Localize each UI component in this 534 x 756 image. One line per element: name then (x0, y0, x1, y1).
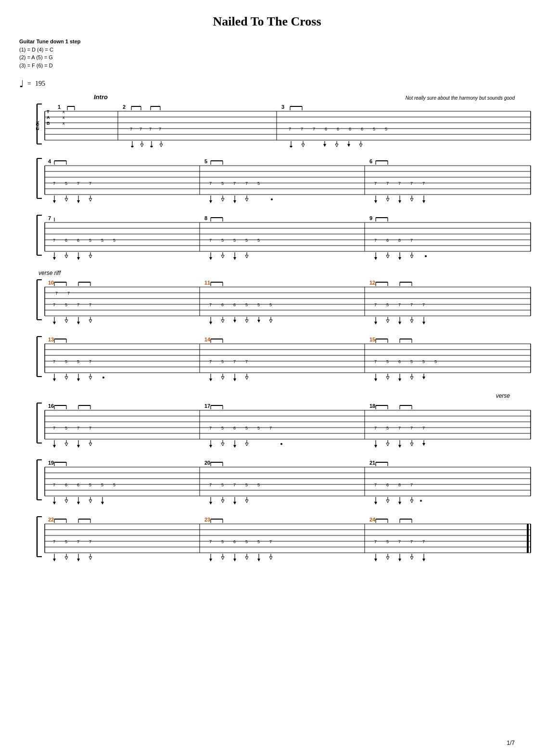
svg-text:7: 7 (149, 127, 152, 131)
svg-text:5: 5 (221, 181, 224, 186)
svg-text:7: 7 (386, 181, 389, 186)
svg-text:19: 19 (48, 460, 54, 466)
svg-marker-192 (398, 257, 401, 260)
svg-marker-171 (209, 257, 212, 260)
svg-marker-336 (386, 377, 389, 379)
svg-text:x: x (63, 121, 65, 126)
svg-text:6: 6 (233, 539, 236, 544)
svg-marker-130 (410, 198, 413, 201)
staff-row-4: 10 7 5 7 7 7 7 11 7 6 6 (19, 277, 515, 326)
svg-marker-60 (323, 144, 326, 147)
svg-marker-87 (53, 200, 56, 203)
staff-row-2: 4 7 5 7 7 5 7 5 7 7 5 (19, 156, 515, 204)
svg-marker-411 (398, 445, 401, 448)
svg-marker-529 (233, 559, 236, 561)
svg-marker-173 (221, 255, 224, 258)
svg-text:7: 7 (209, 359, 212, 364)
svg-text:5: 5 (386, 539, 389, 544)
svg-text:23: 23 (204, 517, 210, 522)
svg-marker-58 (302, 144, 305, 147)
svg-text:5: 5 (422, 359, 425, 364)
tab-svg-row4: 10 7 5 7 7 7 7 11 7 6 6 (36, 277, 532, 326)
harmony-comment: Not really sure about the harmony but so… (406, 95, 515, 101)
svg-marker-250 (269, 320, 272, 323)
svg-text:13: 13 (48, 337, 54, 342)
svg-text:7: 7 (53, 359, 55, 364)
svg-marker-188 (374, 257, 377, 260)
svg-text:7: 7 (209, 426, 212, 430)
svg-point-482 (420, 500, 422, 502)
svg-marker-93 (89, 198, 92, 201)
svg-text:7: 7 (410, 238, 413, 243)
staff-row-3: 7 7 6 6 5 5 5 8 7 5 5 5 5 (19, 213, 515, 261)
svg-text:7: 7 (209, 539, 212, 544)
tuning-info: Guitar Tune down 1 step (1) = D (4) = C … (19, 38, 515, 69)
svg-text:10: 10 (48, 280, 54, 286)
svg-text:7: 7 (301, 127, 303, 131)
svg-text:5: 5 (101, 482, 103, 487)
svg-text:4: 4 (48, 158, 51, 164)
svg-text:6: 6 (386, 482, 389, 487)
staff-row-8: 22 7 5 7 7 23 7 5 6 5 5 7 (19, 514, 515, 562)
svg-marker-271 (410, 320, 413, 323)
svg-text:6: 6 (221, 302, 224, 307)
svg-marker-240 (209, 322, 212, 325)
svg-text:18: 18 (369, 403, 375, 409)
svg-text:17: 17 (204, 403, 210, 409)
svg-text:7: 7 (422, 426, 425, 430)
svg-text:7: 7 (140, 127, 142, 131)
svg-marker-227 (89, 320, 92, 323)
svg-text:5: 5 (65, 359, 67, 364)
svg-text:7: 7 (209, 482, 212, 487)
svg-text:7: 7 (89, 302, 91, 307)
svg-marker-223 (65, 320, 68, 323)
svg-text:7: 7 (269, 426, 272, 430)
svg-text:6: 6 (325, 127, 327, 131)
verse-riff-label: verse riff (19, 270, 515, 276)
tab-svg-row7: 19 7 6 6 5 5 5 20 7 5 7 5 5 (36, 457, 532, 506)
svg-text:22: 22 (48, 517, 54, 522)
page: Nailed To The Cross Guitar Tune down 1 s… (0, 0, 534, 756)
svg-text:12: 12 (369, 280, 375, 286)
svg-marker-190 (386, 255, 389, 258)
svg-marker-38 (150, 146, 153, 147)
svg-marker-334 (374, 378, 377, 381)
svg-point-392 (280, 443, 282, 445)
svg-marker-318 (245, 377, 248, 379)
svg-text:15: 15 (369, 337, 375, 342)
svg-text:6: 6 (77, 238, 79, 243)
equals-sign: = (27, 80, 31, 88)
svg-marker-462 (233, 502, 236, 505)
svg-marker-477 (386, 500, 389, 503)
svg-text:7: 7 (245, 359, 248, 364)
svg-text:5: 5 (233, 238, 236, 243)
svg-text:5: 5 (204, 158, 207, 164)
svg-text:5: 5 (221, 359, 224, 364)
svg-text:24: 24 (369, 517, 376, 522)
svg-text:7: 7 (410, 302, 413, 307)
svg-text:5: 5 (101, 238, 103, 243)
svg-text:7: 7 (269, 539, 272, 544)
svg-text:7: 7 (410, 539, 413, 544)
svg-text:7: 7 (398, 539, 401, 544)
svg-text:8: 8 (398, 482, 401, 487)
svg-marker-460 (221, 500, 224, 503)
svg-marker-312 (209, 378, 212, 381)
svg-text:7: 7 (289, 127, 291, 131)
svg-text:7: 7 (374, 426, 377, 430)
svg-text:7: 7 (89, 539, 91, 544)
svg-text:7: 7 (53, 539, 55, 544)
svg-marker-36 (140, 144, 143, 147)
svg-text:5: 5 (65, 181, 67, 186)
svg-text:5: 5 (410, 359, 413, 364)
svg-marker-512 (89, 557, 92, 560)
staff-row-1: E.Gt T A B 1 x x x (19, 102, 515, 147)
svg-text:5: 5 (386, 302, 389, 307)
svg-marker-525 (209, 559, 212, 561)
svg-text:7: 7 (374, 302, 377, 307)
svg-marker-221 (53, 322, 56, 325)
svg-text:2: 2 (123, 104, 126, 110)
svg-text:7: 7 (77, 302, 79, 307)
svg-marker-175 (233, 257, 236, 260)
tab-svg-row1: E.Gt T A B 1 x x x (36, 102, 532, 147)
